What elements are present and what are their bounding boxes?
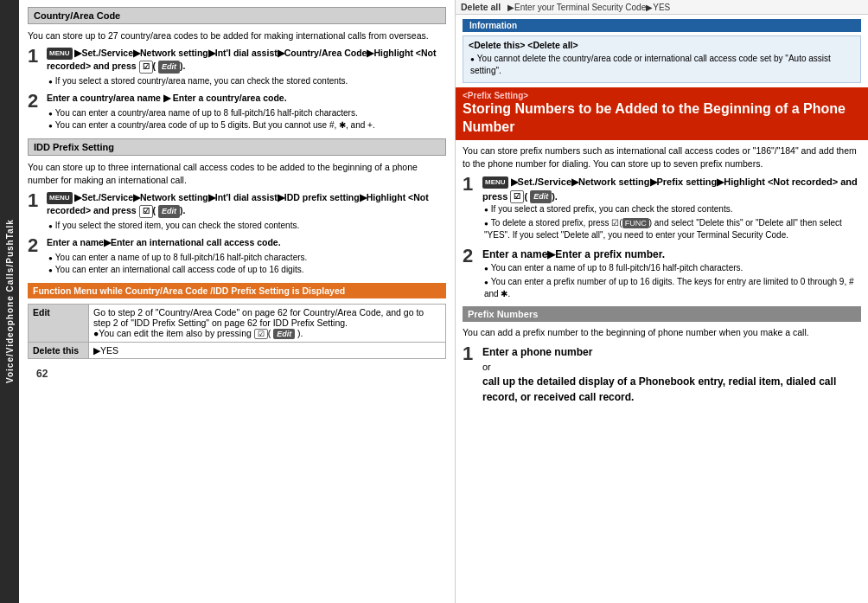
prefix-num-step1-num: 1 — [463, 344, 478, 363]
country-area-step1: 1 MENU ▶Set./Service▶Network setting▶Int… — [28, 47, 446, 88]
or-text: or — [482, 362, 861, 372]
step2-num: 2 — [28, 92, 43, 111]
prefix-header-bar: <Prefix Setting> Storing Numbers to be A… — [456, 87, 868, 140]
edit-btn4: Edit — [530, 190, 552, 204]
prefix-step2: 2 Enter a name▶Enter a prefix number. Yo… — [463, 247, 861, 302]
info-title-bar: Information — [463, 19, 861, 32]
delete-all-arrow: ▶Enter your Terminal Security Code▶YES — [507, 3, 670, 12]
idd-header: IDD Prefix Setting — [28, 138, 446, 156]
prefix-numbers-header: Prefix Numbers — [463, 306, 861, 322]
func-icon: FUNC — [622, 218, 649, 228]
idd-step1-num: 1 — [28, 191, 43, 210]
menu-icon: MENU — [47, 48, 73, 60]
info-content: <Delete this> <Delete all> You cannot de… — [463, 35, 861, 83]
delete-this-label: Delete this — [29, 343, 89, 359]
step1-num: 1 — [28, 47, 43, 66]
prefix-num-step1-text2: call up the detailed display of a Phoneb… — [482, 374, 861, 405]
prefix-body: You can store prefix numbers such as int… — [456, 140, 868, 413]
key-box: ☑ — [139, 61, 153, 74]
page-number: 62 — [28, 363, 56, 384]
step2-bullet2: You can enter a country/area code of up … — [48, 119, 446, 132]
info-bullet: You cannot delete the country/area code … — [470, 53, 855, 77]
edit-btn2: Edit — [158, 205, 180, 219]
idd-intro: You can store up to three international … — [28, 161, 446, 186]
prefix-step1-text: MENU ▶Set./Service▶Network setting▶Prefi… — [482, 175, 861, 203]
prefix-tag: <Prefix Setting> — [463, 91, 861, 100]
edit-btn: Edit — [158, 61, 180, 74]
prefix-step2-bullet2: You can enter a prefix number of up to 1… — [484, 276, 861, 300]
delete-all-label: Delete all — [461, 2, 501, 12]
key-box4: ☑ — [510, 190, 524, 204]
menu-icon2: MENU — [47, 192, 73, 204]
idd-section: IDD Prefix Setting You can store up to t… — [28, 138, 446, 276]
prefix-step2-num: 2 — [463, 247, 478, 266]
left-column: Country/Area Code You can store up to 27… — [19, 0, 456, 603]
step2-bullet1: You can enter a country/area name of up … — [48, 107, 446, 119]
idd-step2-num: 2 — [28, 236, 43, 255]
prefix-num-step1-text1: Enter a phone number — [482, 344, 861, 360]
func-table: Edit Go to step 2 of "Country/Area Code"… — [28, 304, 446, 359]
prefix-step2-bullet1: You can enter a name of up to 8 full-pit… — [484, 262, 861, 274]
func-menu-section: Function Menu while Country/Area Code /I… — [28, 283, 446, 359]
delete-this-value: ▶YES — [89, 343, 446, 359]
key-box3: ☑ — [254, 329, 268, 339]
idd-step2-bullet1: You can enter a name of up to 8 full-pit… — [48, 252, 446, 264]
prefix-title: Storing Numbers to be Added to the Begin… — [463, 100, 861, 137]
prefix-step1: 1 MENU ▶Set./Service▶Network setting▶Pre… — [463, 175, 861, 243]
idd-step1-text: MENU ▶Set./Service▶Network setting▶Int'l… — [47, 191, 446, 219]
prefix-intro: You can store prefix numbers such as int… — [463, 144, 861, 170]
country-area-intro: You can store up to 27 country/area code… — [28, 29, 446, 42]
prefix-num-step1: 1 Enter a phone number or call up the de… — [463, 344, 861, 405]
info-section: Information <Delete this> <Delete all> Y… — [463, 19, 861, 83]
prefix-step2-text: Enter a name▶Enter a prefix number. — [482, 247, 861, 262]
menu-icon3: MENU — [482, 176, 508, 189]
right-column: Delete all ▶Enter your Terminal Security… — [456, 0, 868, 603]
idd-step2: 2 Enter a name▶Enter an international ca… — [28, 236, 446, 276]
info-delete-label: <Delete this> <Delete all> — [469, 40, 855, 50]
country-area-header: Country/Area Code — [28, 7, 446, 24]
step1-text: MENU ▶Set./Service▶Network setting▶Int'l… — [47, 47, 446, 74]
func-menu-header: Function Menu while Country/Area Code /I… — [28, 283, 446, 298]
prefix-step1-bullet1: If you select a stored prefix, you can c… — [484, 203, 861, 215]
idd-step2-bullet2: You can enter an international call acce… — [48, 264, 446, 276]
edit-btn3: Edit — [273, 329, 295, 339]
prefix-step1-bullet2: To delete a stored prefix, press ☑(FUNC)… — [484, 217, 861, 241]
idd-step1-bullet: If you select the stored item, you can c… — [48, 220, 446, 232]
delete-all-bar: Delete all ▶Enter your Terminal Security… — [456, 0, 868, 15]
idd-step1: 1 MENU ▶Set./Service▶Network setting▶Int… — [28, 191, 446, 233]
country-area-section: Country/Area Code You can store up to 27… — [28, 7, 446, 132]
prefix-numbers-intro: You can add a prefix number to the begin… — [463, 326, 861, 339]
prefix-step1-num: 1 — [463, 175, 478, 194]
step2-text: Enter a country/area name ▶ Enter a coun… — [47, 92, 446, 106]
step1-bullet: If you select a stored country/area name… — [48, 75, 446, 87]
table-row-edit: Edit Go to step 2 of "Country/Area Code"… — [29, 305, 446, 343]
sidebar-label: Voice/Videophone Calls/PushTalk — [0, 0, 19, 603]
key-box2: ☑ — [139, 205, 153, 219]
table-row-delete: Delete this ▶YES — [29, 343, 446, 359]
idd-step2-text: Enter a name▶Enter an international call… — [47, 236, 446, 250]
edit-label: Edit — [29, 305, 89, 343]
country-area-step2: 2 Enter a country/area name ▶ Enter a co… — [28, 92, 446, 132]
edit-value: Go to step 2 of "Country/Area Code" on p… — [89, 305, 446, 343]
